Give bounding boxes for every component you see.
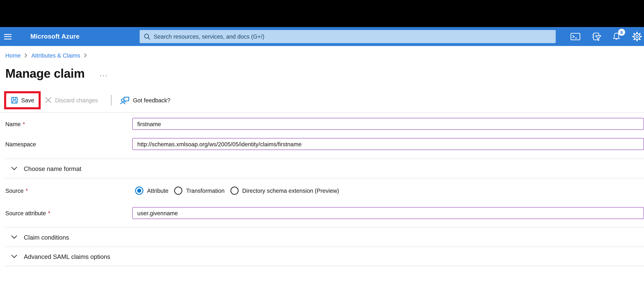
discard-changes-button[interactable]: Discard changes: [45, 97, 98, 104]
section-claim-conditions[interactable]: Claim conditions: [0, 228, 644, 247]
hamburger-menu-button[interactable]: [3, 27, 19, 46]
breadcrumb: Home Attributes & Claims: [0, 46, 644, 60]
radio-unselected-icon: [230, 186, 238, 195]
command-bar: Save Discard changes Got feedbac: [0, 88, 644, 113]
name-input[interactable]: [132, 118, 644, 130]
hamburger-icon: [4, 34, 12, 35]
feedback-person-icon: [120, 96, 130, 105]
chevron-down-icon: [11, 235, 17, 239]
section-advanced-saml-claims-options[interactable]: Advanced SAML claims options: [0, 247, 644, 266]
toolbar-divider: [111, 95, 112, 105]
search-input[interactable]: [154, 33, 552, 40]
source-attribute-field-row: Source attribute *: [5, 207, 644, 219]
notification-count-badge: 6: [618, 29, 625, 36]
save-button[interactable]: Save: [10, 96, 34, 104]
azure-top-bar: Microsoft Azure: [0, 27, 644, 46]
breadcrumb-link-attributes-claims[interactable]: Attributes & Claims: [31, 52, 80, 59]
discard-changes-label: Discard changes: [55, 97, 98, 103]
source-field-row: Source * Attribute Transformation Direct…: [5, 185, 644, 196]
save-floppy-icon: [10, 96, 18, 104]
namespace-label: Namespace: [5, 141, 132, 147]
radio-option-transformation[interactable]: Transformation: [174, 186, 224, 195]
directory-filter-icon: [591, 32, 601, 41]
radio-option-directory-schema-extension[interactable]: Directory schema extension (Preview): [230, 186, 339, 195]
window-chrome-bar: [0, 0, 644, 27]
source-attribute-label: Source attribute *: [5, 210, 132, 216]
azure-portal-window: Microsoft Azure: [0, 0, 644, 301]
directory-filter-button[interactable]: [591, 32, 601, 42]
name-label: Name *: [5, 121, 132, 127]
chevron-right-icon: [84, 53, 88, 58]
breadcrumb-link-home[interactable]: Home: [5, 52, 21, 59]
got-feedback-label: Got feedback?: [133, 97, 170, 103]
required-marker: *: [26, 187, 28, 194]
section-label: Choose name format: [24, 165, 81, 172]
radio-option-attribute[interactable]: Attribute: [135, 186, 168, 195]
global-search-box[interactable]: [140, 30, 556, 43]
namespace-field-row: Namespace: [5, 138, 644, 150]
radio-unselected-icon: [174, 186, 182, 195]
close-x-icon: [45, 97, 52, 104]
required-marker: *: [48, 210, 50, 216]
section-label: Advanced SAML claims options: [24, 253, 110, 260]
section-divider: [5, 178, 644, 178]
source-radio-group: Attribute Transformation Directory schem…: [135, 186, 339, 195]
search-icon: [144, 33, 150, 40]
section-divider: [5, 266, 644, 266]
more-options-button[interactable]: ···: [100, 72, 108, 79]
notifications-button[interactable]: 6: [612, 32, 622, 42]
topbar-icon-group: 6: [570, 27, 642, 46]
settings-gear-icon: [632, 32, 642, 42]
highlight-annotation-box: Save: [4, 91, 40, 109]
chevron-down-icon: [11, 166, 17, 170]
page-content: Home Attributes & Claims Manage claim ··…: [0, 46, 644, 301]
cloud-shell-icon: [570, 32, 580, 41]
brand-title[interactable]: Microsoft Azure: [30, 27, 80, 46]
radio-selected-icon: [135, 186, 144, 195]
page-title: Manage claim: [5, 67, 85, 81]
cloud-shell-button[interactable]: [570, 32, 580, 42]
source-attribute-input[interactable]: [132, 207, 644, 219]
save-button-label: Save: [21, 97, 34, 103]
section-choose-name-format[interactable]: Choose name format: [0, 159, 644, 178]
chevron-right-icon: [24, 53, 28, 58]
section-label: Claim conditions: [24, 233, 69, 241]
title-row: Manage claim ···: [0, 65, 644, 82]
settings-button[interactable]: [632, 32, 642, 42]
chevron-down-icon: [11, 254, 17, 258]
name-field-row: Name *: [5, 118, 644, 130]
required-marker: *: [23, 121, 25, 127]
namespace-input[interactable]: [132, 138, 644, 150]
got-feedback-button[interactable]: Got feedback?: [120, 96, 170, 105]
source-label: Source *: [5, 187, 134, 194]
